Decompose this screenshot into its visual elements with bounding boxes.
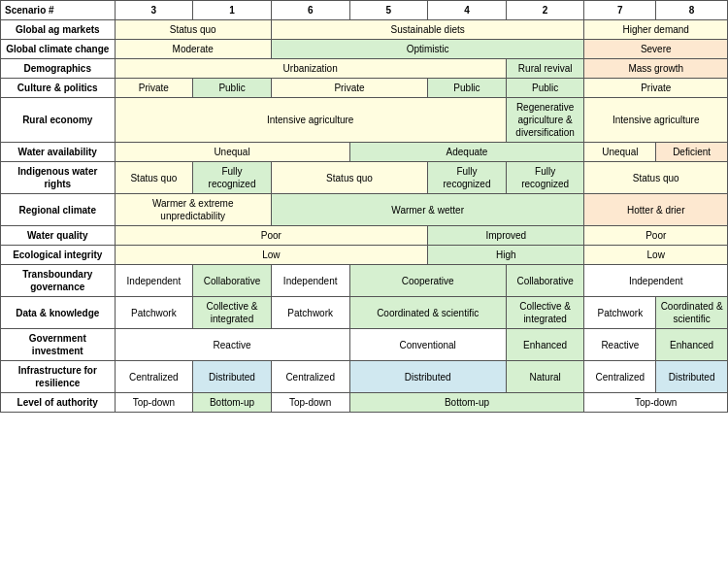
table-cell: Collective & integrated (193, 297, 272, 329)
table-cell: Independent (271, 265, 349, 297)
table-cell: Fully recognized (506, 162, 584, 194)
header-row: Scenario # 3 1 6 5 4 2 7 8 (1, 1, 728, 20)
table-cell: Unequal (584, 143, 656, 162)
table-row: DemographicsUrbanizationRural revivalMas… (1, 59, 728, 79)
table-row: Level of authorityTop-downBottom-upTop-d… (1, 393, 728, 413)
row-label: Global climate change (1, 40, 116, 59)
col-header-8: 8 (656, 1, 728, 20)
table-cell: Bottom-up (193, 393, 272, 413)
table-cell: Conventional (349, 329, 506, 361)
table-cell: Status quo (115, 162, 193, 194)
table-cell: Severe (584, 40, 728, 59)
row-label: Ecological integrity (1, 246, 116, 265)
table-cell: Status quo (271, 162, 427, 194)
scenario-table: Scenario # 3 1 6 5 4 2 7 8 Global ag mar… (0, 0, 728, 413)
table-cell: Moderate (115, 40, 271, 59)
table-row: Data & knowledgePatchworkCollective & in… (1, 297, 728, 329)
table-cell: Coordinated & scientific (656, 297, 728, 329)
table-cell: Rural revival (506, 59, 584, 79)
col-header-1: 1 (193, 1, 272, 20)
table-cell: Fully recognized (428, 162, 507, 194)
table-cell: Optimistic (271, 40, 584, 59)
table-row: Regional climateWarmer & extreme unpredi… (1, 194, 728, 226)
row-label: Water availability (1, 143, 116, 162)
table-cell: Low (115, 246, 428, 265)
table-row: Infrastructure for resilienceCentralized… (1, 361, 728, 393)
table-cell: Collaborative (506, 265, 584, 297)
table-cell: Warmer & wetter (271, 194, 584, 226)
table-cell: Bottom-up (349, 393, 584, 413)
row-label: Global ag markets (1, 20, 116, 40)
table-cell: Private (271, 79, 427, 98)
table-cell: Regenerative agriculture & diversificati… (506, 98, 584, 143)
table-cell: Patchwork (271, 297, 349, 329)
col-header-2: 2 (506, 1, 584, 20)
table-cell: Private (584, 79, 728, 98)
table-cell: Adequate (349, 143, 584, 162)
col-header-4: 4 (428, 1, 507, 20)
row-label: Government investment (1, 329, 116, 361)
table-cell: Reactive (115, 329, 349, 361)
table-cell: Patchwork (584, 297, 656, 329)
table-cell: Centralized (584, 361, 656, 393)
table-row: Global ag marketsStatus quoSustainable d… (1, 20, 728, 40)
table-cell: Collective & integrated (506, 297, 584, 329)
table-cell: Public (193, 79, 272, 98)
table-cell: Fully recognized (193, 162, 272, 194)
table-cell: Independent (584, 265, 728, 297)
table-cell: Private (115, 79, 193, 98)
table-row: Government investmentReactiveConventiona… (1, 329, 728, 361)
table-cell: Distributed (656, 361, 728, 393)
table-cell: Status quo (115, 20, 271, 40)
table-cell: Public (506, 79, 584, 98)
table-cell: Distributed (193, 361, 272, 393)
row-label: Level of authority (1, 393, 116, 413)
table-cell: Patchwork (115, 297, 193, 329)
table-cell: Unequal (115, 143, 349, 162)
table-cell: Poor (584, 226, 728, 246)
col-header-5: 5 (349, 1, 428, 20)
table-cell: Top-down (271, 393, 349, 413)
table-row: Ecological integrityLowHighLow (1, 246, 728, 265)
row-label: Demographics (1, 59, 116, 79)
table-cell: Top-down (115, 393, 193, 413)
table-cell: Reactive (584, 329, 656, 361)
table-cell: Top-down (584, 393, 728, 413)
row-label: Infrastructure for resilience (1, 361, 116, 393)
col-header-7: 7 (584, 1, 656, 20)
table-cell: Warmer & extreme unpredictability (115, 194, 271, 226)
table-cell: Natural (506, 361, 584, 393)
table-cell: Coordinated & scientific (349, 297, 506, 329)
table-row: Transboundary governanceIndependentColla… (1, 265, 728, 297)
table-cell: Enhanced (656, 329, 728, 361)
table-row: Indigenous water rightsStatus quoFully r… (1, 162, 728, 194)
table-cell: Public (428, 79, 507, 98)
col-header-3: 3 (115, 1, 193, 20)
table-cell: Improved (428, 226, 584, 246)
scenario-header: Scenario # (1, 1, 116, 20)
table-cell: Sustainable diets (271, 20, 584, 40)
table-cell: Cooperative (349, 265, 506, 297)
table-cell: Intensive agriculture (115, 98, 506, 143)
row-label: Data & knowledge (1, 297, 116, 329)
table-cell: Independent (115, 265, 193, 297)
col-header-6: 6 (271, 1, 349, 20)
table-cell: Centralized (271, 361, 349, 393)
table-cell: Higher demand (584, 20, 728, 40)
table-cell: Mass growth (584, 59, 728, 79)
table-cell: Hotter & drier (584, 194, 728, 226)
table-row: Rural economyIntensive agricultureRegene… (1, 98, 728, 143)
table-cell: High (428, 246, 584, 265)
table-cell: Status quo (584, 162, 728, 194)
table-cell: Urbanization (115, 59, 506, 79)
table-cell: Distributed (349, 361, 506, 393)
table-cell: Poor (115, 226, 428, 246)
table-cell: Deficient (656, 143, 728, 162)
table-cell: Collaborative (193, 265, 272, 297)
row-label: Culture & politics (1, 79, 116, 98)
row-label: Indigenous water rights (1, 162, 116, 194)
table-row: Water qualityPoorImprovedPoor (1, 226, 728, 246)
row-label: Transboundary governance (1, 265, 116, 297)
row-label: Regional climate (1, 194, 116, 226)
table-row: Water availabilityUnequalAdequateUnequal… (1, 143, 728, 162)
